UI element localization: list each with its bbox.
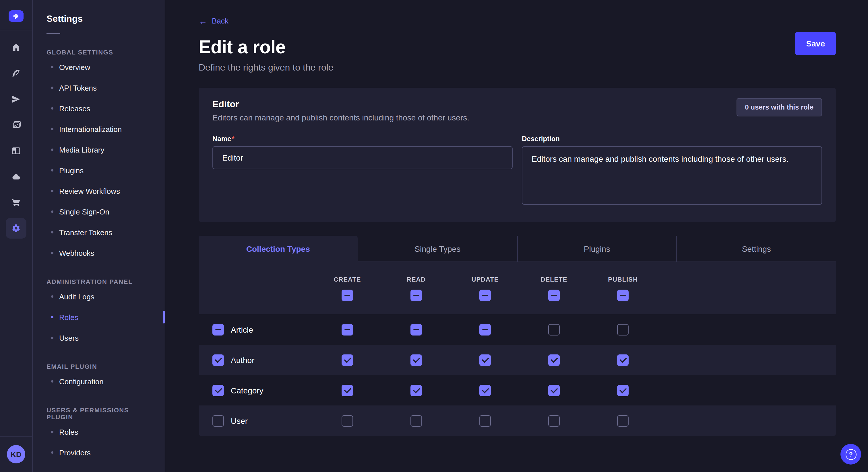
permission-row-user: User xyxy=(198,405,836,436)
tab-single-types[interactable]: Single Types xyxy=(358,236,517,262)
permission-cell xyxy=(382,384,451,396)
content-type-builder-layout-icon[interactable] xyxy=(6,140,26,161)
role-name-input[interactable] xyxy=(212,146,513,169)
tab-collection-types[interactable]: Collection Types xyxy=(198,236,358,262)
permission-cell xyxy=(313,354,382,366)
user-avatar[interactable]: KD xyxy=(7,445,25,463)
sidebar-item-media-library[interactable]: Media Library xyxy=(33,139,165,160)
author-delete-checkbox[interactable] xyxy=(548,354,560,366)
save-button[interactable]: Save xyxy=(795,32,836,55)
select-row-article-checkbox[interactable] xyxy=(212,324,224,335)
sidebar-item-plugins[interactable]: Plugins xyxy=(33,160,165,181)
back-label: Back xyxy=(212,16,228,25)
article-delete-checkbox[interactable] xyxy=(548,324,560,335)
users-with-role-badge: 0 users with this role xyxy=(736,98,822,116)
sidebar-item-configuration[interactable]: Configuration xyxy=(33,371,165,392)
sidebar-item-label: Users xyxy=(59,334,79,342)
required-asterisk: * xyxy=(231,135,234,143)
permission-row-author: Author xyxy=(198,345,836,375)
description-label: Description xyxy=(522,135,822,143)
user-publish-checkbox[interactable] xyxy=(617,415,629,427)
sidebar-item-roles[interactable]: Roles xyxy=(33,422,165,442)
permissions-rows: ArticleAuthorCategoryUser xyxy=(198,314,836,436)
column-header-update: Update xyxy=(451,262,520,314)
article-read-checkbox[interactable] xyxy=(410,324,422,335)
user-read-checkbox[interactable] xyxy=(410,415,422,427)
bullet-dot-icon xyxy=(51,380,53,382)
permission-cell xyxy=(382,324,451,335)
home-icon[interactable] xyxy=(6,37,26,58)
select-row-author-checkbox[interactable] xyxy=(212,354,224,366)
media-library-images-icon[interactable] xyxy=(6,115,26,135)
author-create-checkbox[interactable] xyxy=(342,354,353,366)
help-button[interactable]: ? xyxy=(840,444,861,465)
deploy-paper-plane-icon[interactable] xyxy=(6,89,26,109)
tab-plugins[interactable]: Plugins xyxy=(517,236,677,262)
sidebar-item-label: Providers xyxy=(59,448,91,457)
category-read-checkbox[interactable] xyxy=(410,384,422,396)
role-description-text: Editors can manage and publish contents … xyxy=(212,113,822,122)
settings-gear-icon[interactable] xyxy=(6,218,26,239)
permission-cell xyxy=(588,354,657,366)
strapi-logo[interactable] xyxy=(9,10,24,22)
category-update-checkbox[interactable] xyxy=(479,384,491,396)
article-update-checkbox[interactable] xyxy=(479,324,491,335)
sidebar-item-review-workflows[interactable]: Review Workflows xyxy=(33,181,165,201)
bullet-dot-icon xyxy=(51,252,53,254)
bullet-dot-icon xyxy=(51,316,53,318)
marketplace-cart-icon[interactable] xyxy=(6,192,26,213)
role-name-heading: Editor xyxy=(212,99,822,109)
sidebar-sections: GLOBAL SETTINGSOverviewAPI TokensRelease… xyxy=(33,49,165,463)
sidebar-item-audit-logs[interactable]: Audit Logs xyxy=(33,286,165,307)
sidebar-section-label: USERS & PERMISSIONS PLUGIN xyxy=(46,407,151,420)
content-type-cell: Category xyxy=(198,384,313,396)
select-all-read-checkbox[interactable] xyxy=(410,289,422,301)
tab-settings[interactable]: Settings xyxy=(677,236,836,262)
name-field-group: Name* xyxy=(212,135,513,207)
cloud-icon[interactable] xyxy=(6,166,26,187)
sidebar-item-users[interactable]: Users xyxy=(33,328,165,348)
bullet-dot-icon xyxy=(51,231,53,233)
sidebar-item-internationalization[interactable]: Internationalization xyxy=(33,119,165,139)
select-all-delete-checkbox[interactable] xyxy=(548,289,560,301)
select-row-category-checkbox[interactable] xyxy=(212,384,224,396)
article-create-checkbox[interactable] xyxy=(342,324,353,335)
select-all-create-checkbox[interactable] xyxy=(342,289,353,301)
user-delete-checkbox[interactable] xyxy=(548,415,560,427)
author-update-checkbox[interactable] xyxy=(479,354,491,366)
category-publish-checkbox[interactable] xyxy=(617,384,629,396)
rail-bottom: KD xyxy=(0,436,32,472)
category-delete-checkbox[interactable] xyxy=(548,384,560,396)
author-read-checkbox[interactable] xyxy=(410,354,422,366)
select-all-update-checkbox[interactable] xyxy=(479,289,491,301)
bullet-dot-icon xyxy=(51,128,53,130)
sidebar-item-roles[interactable]: Roles xyxy=(33,307,165,328)
sidebar-item-api-tokens[interactable]: API Tokens xyxy=(33,77,165,98)
sidebar-item-single-sign-on[interactable]: Single Sign-On xyxy=(33,201,165,222)
role-description-textarea[interactable]: Editors can manage and publish contents … xyxy=(522,146,822,205)
user-create-checkbox[interactable] xyxy=(342,415,353,427)
column-header-create: Create xyxy=(313,262,382,314)
permission-cell xyxy=(313,384,382,396)
back-link[interactable]: ← Back xyxy=(198,16,228,25)
category-create-checkbox[interactable] xyxy=(342,384,353,396)
content-type-label: User xyxy=(231,416,248,425)
sidebar-item-overview[interactable]: Overview xyxy=(33,57,165,77)
permission-cell xyxy=(520,415,588,427)
select-all-publish-checkbox[interactable] xyxy=(617,289,629,301)
sidebar-item-providers[interactable]: Providers xyxy=(33,442,165,463)
sidebar-item-label: Plugins xyxy=(59,166,84,175)
select-row-user-checkbox[interactable] xyxy=(212,415,224,427)
sidebar-item-transfer-tokens[interactable]: Transfer Tokens xyxy=(33,222,165,243)
sidebar-item-releases[interactable]: Releases xyxy=(33,98,165,119)
author-publish-checkbox[interactable] xyxy=(617,354,629,366)
question-mark-icon: ? xyxy=(845,449,856,460)
column-label: Read xyxy=(407,276,426,282)
sidebar-section-users-permissions-plugin: USERS & PERMISSIONS PLUGINRolesProviders xyxy=(33,407,165,463)
sidebar-item-label: Configuration xyxy=(59,377,104,386)
article-publish-checkbox[interactable] xyxy=(617,324,629,335)
content-feather-icon[interactable] xyxy=(6,63,26,84)
user-update-checkbox[interactable] xyxy=(479,415,491,427)
back-arrow-icon: ← xyxy=(198,16,207,25)
sidebar-item-webhooks[interactable]: Webhooks xyxy=(33,243,165,263)
